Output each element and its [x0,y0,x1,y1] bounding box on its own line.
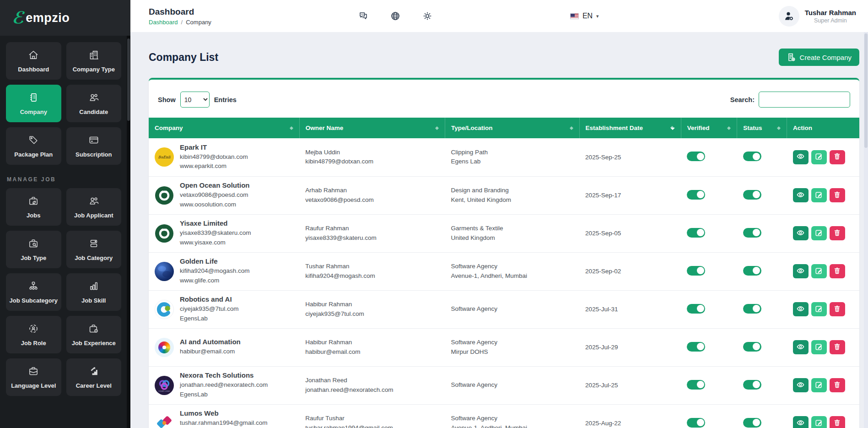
user-menu[interactable]: Tushar Rahman Super Admin [779,6,856,27]
search-input[interactable] [759,92,850,108]
sidebar-item-career-level[interactable]: Career Level [66,358,122,396]
view-button[interactable] [793,226,809,240]
column-header-company[interactable]: Company [149,118,299,138]
delete-button[interactable] [830,340,845,354]
delete-button[interactable] [830,378,845,392]
view-button[interactable] [793,264,809,278]
edit-button[interactable] [811,302,827,316]
company-logo-ring-emblem-green [155,224,174,243]
status-toggle[interactable] [743,304,761,314]
company-email: tushar.rahman1994@gmail.com [180,418,268,428]
column-header-status[interactable]: Status [737,118,787,138]
window-scrollbar-thumb[interactable] [864,33,868,148]
sort-icon[interactable] [435,125,439,132]
sidebar-item-job-subcategory[interactable]: Job Subcategory [6,273,61,311]
sort-icon[interactable] [670,124,675,132]
column-header-owner-name[interactable]: Owner Name [299,118,445,138]
edit-button[interactable] [811,264,827,278]
verified-toggle[interactable] [687,190,705,200]
delete-button[interactable] [830,302,845,316]
create-company-button[interactable]: Create Company [779,49,859,66]
delete-button[interactable] [830,150,845,164]
notebook-icon [27,92,39,105]
language-selector[interactable]: EN ▾ [570,12,599,20]
sidebar-item-jobs[interactable]: Jobs [6,188,61,226]
owner-email: yisaxe8339@skateru.com [305,233,439,243]
view-button[interactable] [793,302,809,316]
verified-toggle[interactable] [687,152,705,161]
gear-icon[interactable] [422,11,433,22]
edit-button[interactable] [811,150,827,164]
delete-button[interactable] [830,226,845,240]
sidebar-scrollbar-thumb[interactable] [127,38,130,121]
sort-icon[interactable] [570,125,573,132]
company-logo-blue-planet [155,262,174,281]
verified-toggle[interactable] [687,228,705,238]
verified-toggle[interactable] [687,380,705,390]
owner-email: habibur@email.com [305,347,439,357]
status-toggle[interactable] [743,152,761,161]
status-toggle[interactable] [743,228,761,238]
sidebar-scrollbar[interactable] [127,36,130,428]
sidebar-item-job-experience[interactable]: Job Experience [66,316,122,353]
sort-icon[interactable] [727,125,731,132]
sort-icon[interactable] [290,125,293,132]
view-button[interactable] [793,340,809,354]
table-row: Golden Life kifiha9204@mogash.com www.gl… [149,252,859,290]
delete-button[interactable] [830,416,845,428]
verified-toggle[interactable] [687,418,705,428]
breadcrumb-dashboard-link[interactable]: Dashboard [149,19,178,26]
edit-icon [814,190,823,200]
view-button[interactable] [793,416,809,428]
sidebar-item-job-type[interactable]: Job Type [6,231,61,268]
company-email: kifiha9204@mogash.com [180,266,250,276]
view-button[interactable] [793,378,809,392]
chat-icon[interactable] [358,11,369,22]
sidebar-item-company[interactable]: Company [6,85,61,122]
edit-button[interactable] [811,340,827,354]
sidebar-item-label: Job Applicant [74,212,113,219]
eye-icon [796,228,805,238]
edit-button[interactable] [811,188,827,202]
sidebar-item-company-type[interactable]: Company Type [66,42,122,80]
delete-button[interactable] [830,188,845,202]
sidebar-item-job-role[interactable]: Job Role [6,316,61,353]
building-icon [88,49,100,62]
view-button[interactable] [793,188,809,202]
verified-toggle[interactable] [687,304,705,314]
column-header-action[interactable]: Action [787,118,859,138]
status-toggle[interactable] [743,190,761,200]
window-scrollbar[interactable] [864,32,868,428]
owner-name: Arhab Rahman [305,186,439,195]
status-toggle[interactable] [743,380,761,390]
page-size-select[interactable]: 10 [180,92,210,108]
sidebar-item-label: Career Level [76,382,112,389]
status-toggle[interactable] [743,266,761,276]
show-label: Show [158,96,176,103]
sidebar-item-job-applicant[interactable]: Job Applicant [66,188,122,226]
company-email: habibur@email.com [180,347,241,356]
globe-icon[interactable] [390,11,401,22]
sidebar-item-package-plan[interactable]: Package Plan [6,127,61,165]
delete-button[interactable] [830,264,845,278]
sidebar-item-job-skill[interactable]: Job Skill [66,273,122,311]
edit-button[interactable] [811,416,827,428]
verified-toggle[interactable] [687,266,705,276]
column-header-establishment-date[interactable]: Establishment Date [579,118,681,138]
sort-icon[interactable] [777,125,781,132]
sidebar-item-dashboard[interactable]: Dashboard [6,42,61,80]
view-button[interactable] [793,150,809,164]
column-header-type-location[interactable]: Type/Location [445,118,580,138]
edit-button[interactable] [811,378,827,392]
status-toggle[interactable] [743,342,761,352]
column-header-verified[interactable]: Verified [681,118,737,138]
company-website: www.glife.com [180,276,250,285]
sidebar-item-candidate[interactable]: Candidate [66,85,122,122]
verified-toggle[interactable] [687,342,705,352]
status-toggle[interactable] [743,418,761,428]
sidebar-item-job-category[interactable]: Job Category [66,231,122,268]
edit-button[interactable] [811,226,827,240]
brand-logo[interactable]: ℰ empzio [0,0,130,36]
sidebar-item-subscription[interactable]: Subscription [66,127,122,165]
sidebar-item-language-level[interactable]: Language Level [6,358,61,396]
